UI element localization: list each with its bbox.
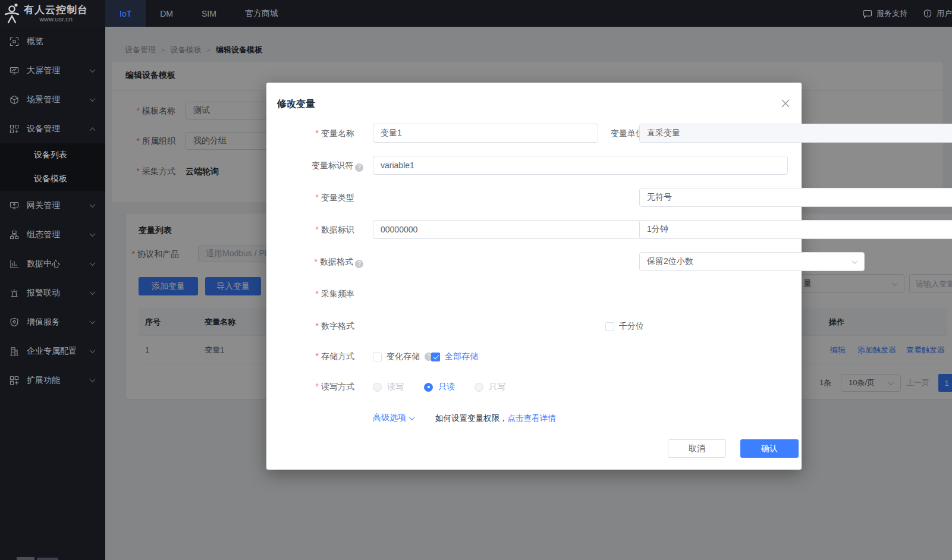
- permission-hint: 如何设置变量权限，点击查看详情: [435, 413, 556, 424]
- sidebar-item-label: 增值服务: [27, 317, 60, 328]
- chevron-down-icon: [90, 202, 96, 207]
- rw-read-write-option[interactable]: 读写: [373, 382, 404, 392]
- rw-write-only-label: 只写: [489, 382, 505, 392]
- tab-sim[interactable]: SIM: [187, 0, 231, 27]
- shield-gem-icon: [10, 317, 19, 327]
- chevron-down-icon: [90, 260, 96, 266]
- sidebar-item-label: 设备模板: [34, 174, 67, 184]
- rw-read-only-label: 只读: [438, 382, 455, 392]
- overview-icon: [10, 37, 19, 46]
- sidebar-item-scene-mgmt[interactable]: 场景管理: [0, 85, 105, 114]
- number-format-select[interactable]: 保留2位小数: [639, 252, 865, 271]
- scene-cube-icon: [10, 95, 19, 105]
- tab-mall[interactable]: 官方商城: [231, 0, 293, 27]
- sidebar-bottom-partial: [37, 558, 58, 560]
- org-chart-icon: [10, 230, 19, 240]
- sidebar-item-device-template[interactable]: 设备模板: [0, 167, 105, 191]
- sidebar-item-label: 网关管理: [27, 200, 60, 211]
- variable-type-label: *变量类型: [266, 188, 365, 207]
- help-icon[interactable]: ?: [355, 260, 363, 268]
- chevron-down-icon: [90, 67, 96, 73]
- data-format-select[interactable]: 无符号: [639, 188, 952, 207]
- storage-change-checkbox[interactable]: [373, 353, 382, 361]
- advanced-options-label: 高级选项: [373, 413, 406, 423]
- device-grid-icon: [10, 124, 19, 134]
- sidebar-item-device-mgmt[interactable]: 设备管理: [0, 114, 105, 143]
- sidebar-item-alarm-linkage[interactable]: 报警联动: [0, 278, 105, 307]
- number-format-label: *数字格式: [266, 316, 365, 335]
- tab-iot[interactable]: IoT: [105, 0, 146, 27]
- confirm-button[interactable]: 确认: [740, 439, 799, 458]
- sidebar-item-overview[interactable]: 概览: [0, 27, 105, 56]
- sidebar-item-label: 大屏管理: [27, 65, 60, 76]
- variable-identifier-label: 变量标识符?: [266, 156, 365, 175]
- chevron-down-icon: [90, 318, 96, 324]
- brand-subtitle: www.usr.cn: [39, 15, 73, 23]
- rw-read-only-radio[interactable]: [424, 383, 433, 392]
- variable-type-value: 直采变量: [647, 128, 680, 139]
- modal-title: 修改变量: [277, 98, 315, 111]
- sidebar-item-gateway-mgmt[interactable]: 网关管理: [0, 191, 105, 220]
- support-menu[interactable]: 服务支持: [863, 8, 907, 19]
- sidebar: 概览 大屏管理 场景管理 设备管理 设备列表: [0, 27, 105, 560]
- rw-mode-label: *读写方式: [266, 382, 365, 391]
- storage-all-option[interactable]: 全部存储: [431, 351, 478, 362]
- variable-name-label: *变量名称: [266, 124, 365, 143]
- sidebar-item-enterprise-config[interactable]: 企业专属配置: [0, 336, 105, 366]
- storage-change-option[interactable]: 变化存储 ?: [373, 351, 433, 362]
- gateway-icon: [10, 201, 19, 210]
- screen: 有人云控制台 www.usr.cn IoT DM SIM 官方商城 服务支持: [0, 0, 952, 560]
- permission-hint-text: 如何设置变量权限，: [435, 414, 508, 423]
- sidebar-item-label: 扩展功能: [27, 375, 60, 386]
- sidebar-item-data-center[interactable]: 数据中心: [0, 249, 105, 278]
- rw-read-write-radio[interactable]: [373, 383, 382, 392]
- data-format-label: *数据格式?: [266, 252, 365, 271]
- cancel-button[interactable]: 取消: [668, 439, 726, 458]
- chat-bubble-icon: [863, 9, 872, 18]
- advanced-options-toggle[interactable]: 高级选项: [373, 413, 414, 423]
- user-menu[interactable]: 用户: [923, 8, 952, 19]
- storage-all-label: 全部存储: [445, 351, 478, 362]
- topbar: 有人云控制台 www.usr.cn IoT DM SIM 官方商城 服务支持: [0, 0, 952, 27]
- variable-name-input[interactable]: [373, 124, 598, 143]
- close-icon[interactable]: [781, 99, 790, 108]
- collect-frequency-label: *采集频率: [266, 284, 365, 303]
- rw-read-write-label: 读写: [387, 382, 404, 392]
- brand[interactable]: 有人云控制台 www.usr.cn: [0, 0, 105, 27]
- tab-dm[interactable]: DM: [146, 0, 187, 27]
- thousands-option[interactable]: 千分位: [605, 321, 644, 332]
- sidebar-item-label: 概览: [27, 36, 43, 47]
- user-label: 用户: [937, 8, 952, 19]
- brand-title: 有人云控制台: [24, 4, 88, 15]
- collect-frequency-select[interactable]: 1分钟: [639, 220, 952, 239]
- storage-all-checkbox[interactable]: [431, 353, 440, 361]
- chevron-down-icon: [90, 231, 96, 237]
- chevron-down-icon: [90, 96, 96, 102]
- variable-unit-label: 变量单位: [573, 124, 644, 143]
- chevron-down-icon: [90, 376, 96, 382]
- chevron-down-icon: [409, 414, 415, 420]
- storage-mode-label: *存储方式: [266, 351, 365, 361]
- data-id-label: *数据标识: [266, 220, 365, 239]
- extensions-icon: [10, 376, 19, 385]
- sidebar-item-extensions[interactable]: 扩展功能: [0, 366, 105, 395]
- permission-detail-link[interactable]: 点击查看详情: [508, 414, 556, 423]
- sidebar-item-value-added[interactable]: 增值服务: [0, 307, 105, 336]
- rw-write-only-option[interactable]: 只写: [475, 382, 505, 392]
- variable-type-select[interactable]: 直采变量: [639, 124, 952, 143]
- help-icon[interactable]: ?: [355, 163, 363, 172]
- sidebar-item-device-list[interactable]: 设备列表: [0, 143, 105, 167]
- support-label: 服务支持: [876, 8, 907, 19]
- usr-logo-icon: [4, 3, 21, 24]
- rw-read-only-option[interactable]: 只读: [424, 382, 455, 392]
- sidebar-item-label: 报警联动: [27, 288, 60, 298]
- sidebar-item-scada-mgmt[interactable]: 组态管理: [0, 220, 105, 249]
- sidebar-item-label: 数据中心: [27, 259, 60, 269]
- storage-change-label: 变化存储: [387, 351, 420, 362]
- variable-identifier-input[interactable]: [373, 156, 788, 175]
- sidebar-item-screen-mgmt[interactable]: 大屏管理: [0, 56, 105, 85]
- chevron-up-icon: [90, 127, 96, 133]
- rw-write-only-radio[interactable]: [475, 383, 483, 392]
- collect-frequency-value: 1分钟: [647, 224, 668, 235]
- thousands-checkbox[interactable]: [605, 322, 614, 331]
